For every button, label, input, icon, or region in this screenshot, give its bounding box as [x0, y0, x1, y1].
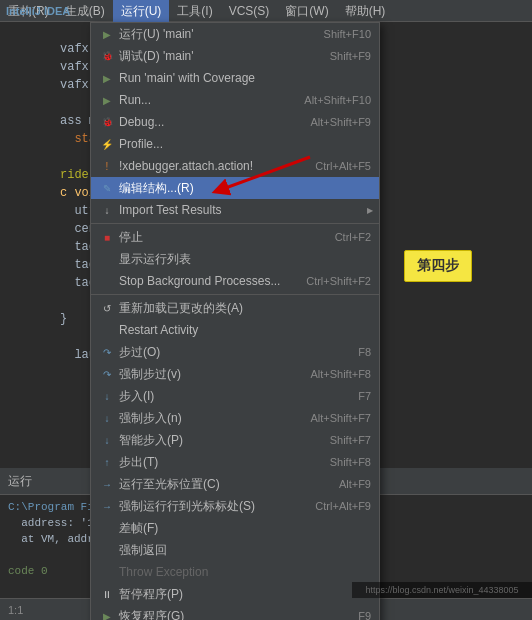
menu-item-resume[interactable]: ▶ 恢复程序(G) F9: [91, 605, 379, 620]
reload-icon: ↺: [99, 300, 115, 316]
menu-item-stop-bg[interactable]: Stop Background Processes... Ctrl+Shift+…: [91, 270, 379, 292]
menu-item-label: Debug...: [119, 115, 290, 129]
stop-bg-icon: [99, 273, 115, 289]
menu-item-step-into[interactable]: ↓ 步入(I) F7: [91, 385, 379, 407]
menu-item-label: 步出(T): [119, 454, 310, 471]
menu-item-display-list[interactable]: 显示运行列表: [91, 248, 379, 270]
menu-item-force-step-into[interactable]: ↓ 强制步入(n) Alt+Shift+F7: [91, 407, 379, 429]
menu-item-force-return[interactable]: 强制返回: [91, 539, 379, 561]
menu-item-label: Import Test Results: [119, 203, 371, 217]
debug-icon: 🐞: [99, 48, 115, 64]
menu-item-debug-other[interactable]: 🐞 Debug... Alt+Shift+F9: [91, 111, 379, 133]
menu-item-shortcut: Ctrl+Alt+F9: [315, 500, 371, 512]
separator: [91, 294, 379, 295]
menu-item-label: Profile...: [119, 137, 371, 151]
list-icon: [99, 251, 115, 267]
menu-item-label: 显示运行列表: [119, 251, 371, 268]
menu-item-shortcut: Shift+F8: [330, 456, 371, 468]
menu-item-force-step-over[interactable]: ↷ 强制步过(v) Alt+Shift+F8: [91, 363, 379, 385]
resume-icon: ▶: [99, 608, 115, 620]
run2-icon: ▶: [99, 92, 115, 108]
menu-item-run-to-cursor[interactable]: → 运行至光标位置(C) Alt+F9: [91, 473, 379, 495]
menu-item-import-tests[interactable]: ↓ Import Test Results: [91, 199, 379, 221]
menu-item-reload-classes[interactable]: ↺ 重新加载已更改的类(A): [91, 297, 379, 319]
stop-icon: ■: [99, 229, 115, 245]
menu-item-step-out[interactable]: ↑ 步出(T) Shift+F8: [91, 451, 379, 473]
menu-item-shortcut: Alt+Shift+F10: [304, 94, 371, 106]
menu-item-shortcut: Ctrl+Alt+F5: [315, 160, 371, 172]
menu-item-stop[interactable]: ■ 停止 Ctrl+F2: [91, 226, 379, 248]
menu-item-shortcut: Alt+F9: [339, 478, 371, 490]
menu-item-xdebugger[interactable]: ! !xdebugger.attach.action! Ctrl+Alt+F5: [91, 155, 379, 177]
menu-item-label: 重新加载已更改的类(A): [119, 300, 371, 317]
profile-icon: ⚡: [99, 136, 115, 152]
menu-item-shortcut: F8: [358, 346, 371, 358]
menu-window[interactable]: 窗口(W): [277, 0, 336, 22]
menu-item-label: 运行(U) 'main': [119, 26, 304, 43]
menu-item-step-over[interactable]: ↷ 步过(O) F8: [91, 341, 379, 363]
menu-item-shortcut: Alt+Shift+F7: [310, 412, 371, 424]
menu-item-label: Run 'main' with Coverage: [119, 71, 351, 85]
menu-item-shortcut: Shift+F9: [330, 50, 371, 62]
edit-config-icon: ✎: [99, 180, 115, 196]
menu-item-debug-main[interactable]: 🐞 调试(D) 'main' Shift+F9: [91, 45, 379, 67]
menu-item-run-coverage[interactable]: ▶ Run 'main' with Coverage: [91, 67, 379, 89]
force-step-into-icon: ↓: [99, 410, 115, 426]
watermark: https://blog.csdn.net/weixin_44338005: [352, 582, 532, 598]
force-run-cursor-icon: →: [99, 498, 115, 514]
menu-item-label: Throw Exception: [119, 565, 371, 579]
menu-item-pause[interactable]: ⏸ 暂停程序(P): [91, 583, 379, 605]
run-to-cursor-icon: →: [99, 476, 115, 492]
menu-item-label: 步过(O): [119, 344, 338, 361]
menu-item-shortcut: F7: [358, 390, 371, 402]
menu-item-label: !xdebugger.attach.action!: [119, 159, 295, 173]
menu-item-label: 强制运行行到光标标处(S): [119, 498, 295, 515]
menu-item-label: 强制返回: [119, 542, 371, 559]
app-logo: IntelliJ IDEA: [0, 0, 76, 22]
menu-item-label: 恢复程序(G): [119, 608, 338, 621]
menu-item-force-run-cursor[interactable]: → 强制运行行到光标标处(S) Ctrl+Alt+F9: [91, 495, 379, 517]
menu-item-shortcut: Alt+Shift+F8: [310, 368, 371, 380]
menu-item-label: 调试(D) 'main': [119, 48, 310, 65]
annotation-text: 第四步: [417, 257, 459, 273]
step-into-icon: ↓: [99, 388, 115, 404]
menu-item-label: 差帧(F): [119, 520, 371, 537]
status-text: 1:1: [8, 604, 23, 616]
menu-bar: IntelliJ IDEA 重构(R) 生成(B) 运行(U) 工具(I) VC…: [0, 0, 532, 22]
pause-icon: ⏸: [99, 586, 115, 602]
restart-icon: [99, 322, 115, 338]
menu-item-throw-exception: Throw Exception: [91, 561, 379, 583]
menu-item-label: 步入(I): [119, 388, 338, 405]
menu-run[interactable]: 运行(U): [113, 0, 170, 22]
menu-item-label: Restart Activity: [119, 323, 371, 337]
run-panel-title: 运行: [8, 473, 32, 490]
xdebugger-icon: !: [99, 158, 115, 174]
coverage-icon: ▶: [99, 70, 115, 86]
menu-item-edit-config[interactable]: ✎ 编辑结构...(R): [91, 177, 379, 199]
step-out-icon: ↑: [99, 454, 115, 470]
menu-item-label: Run...: [119, 93, 284, 107]
menu-item-label: 智能步入(P): [119, 432, 310, 449]
menu-item-label: 强制步过(v): [119, 366, 290, 383]
menu-item-shortcut: Shift+F7: [330, 434, 371, 446]
menu-item-smart-step-into[interactable]: ↓ 智能步入(P) Shift+F7: [91, 429, 379, 451]
menu-help[interactable]: 帮助(H): [337, 0, 394, 22]
menu-item-profile[interactable]: ⚡ Profile...: [91, 133, 379, 155]
evaluate-icon: [99, 520, 115, 536]
menu-item-run-other[interactable]: ▶ Run... Alt+Shift+F10: [91, 89, 379, 111]
menu-vcs[interactable]: VCS(S): [221, 0, 278, 22]
import-icon: ↓: [99, 202, 115, 218]
menu-item-evaluate[interactable]: 差帧(F): [91, 517, 379, 539]
menu-item-label: 暂停程序(P): [119, 586, 371, 603]
step-annotation: 第四步: [404, 250, 472, 282]
menu-tools[interactable]: 工具(I): [169, 0, 220, 22]
debug2-icon: 🐞: [99, 114, 115, 130]
menu-item-restart-activity[interactable]: Restart Activity: [91, 319, 379, 341]
menu-item-label: 停止: [119, 229, 315, 246]
menu-item-label: Stop Background Processes...: [119, 274, 286, 288]
menu-item-run-main[interactable]: ▶ 运行(U) 'main' Shift+F10: [91, 23, 379, 45]
menu-item-shortcut: Alt+Shift+F9: [310, 116, 371, 128]
menu-item-label: 运行至光标位置(C): [119, 476, 319, 493]
menu-item-shortcut: F9: [358, 610, 371, 620]
throw-icon: [99, 564, 115, 580]
